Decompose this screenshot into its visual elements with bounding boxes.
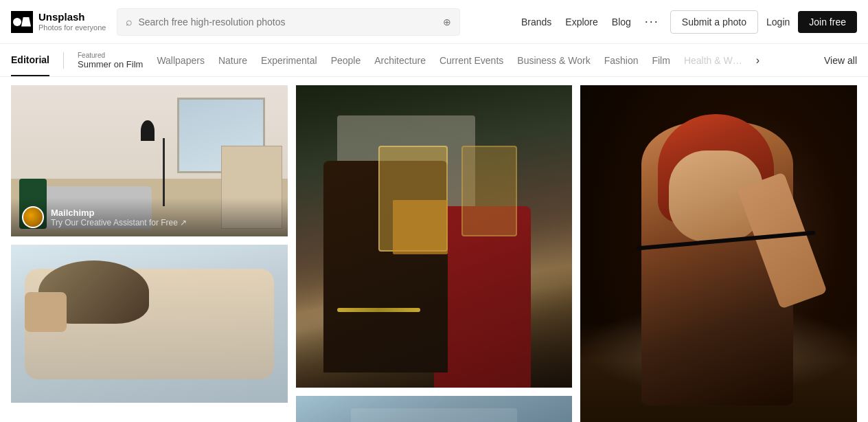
photo-col-1: Mailchimp Try Our Creative Assistant for… (11, 85, 288, 422)
nav-brands[interactable]: Brands (521, 16, 551, 27)
ad-overlay: Mailchimp Try Our Creative Assistant for… (11, 198, 288, 236)
photo-col-3 (580, 85, 857, 422)
ad-name: Mailchimp (51, 208, 187, 218)
featured-group[interactable]: Featured Summer on Film (78, 52, 143, 69)
nav-blog[interactable]: Blog (612, 16, 631, 27)
logo-icon (11, 11, 33, 33)
photo-bottom-teal[interactable] (296, 396, 573, 422)
cat-wallpapers[interactable]: Wallpapers (157, 45, 205, 76)
photo-woman-field[interactable] (580, 85, 857, 422)
cat-experimental[interactable]: Experimental (261, 45, 317, 76)
main-nav: Brands Explore Blog ··· (521, 14, 659, 29)
cat-people[interactable]: People (331, 45, 361, 76)
submit-photo-button[interactable]: Submit a photo (670, 10, 758, 34)
nav-explore[interactable]: Explore (565, 16, 597, 27)
ad-text: Mailchimp Try Our Creative Assistant for… (51, 208, 187, 227)
header: Unsplash Photos for everyone ⌕ ⊕ Brands … (0, 0, 868, 44)
photo-grid: Mailchimp Try Our Creative Assistant for… (0, 77, 868, 422)
cat-business-work[interactable]: Business & Work (517, 45, 590, 76)
search-icon: ⌕ (126, 16, 133, 28)
cat-architecture[interactable]: Architecture (374, 45, 426, 76)
ad-sub: Try Our Creative Assistant for Free ↗ (51, 218, 187, 227)
photo-interior[interactable]: Mailchimp Try Our Creative Assistant for… (11, 85, 288, 236)
lens-icon[interactable]: ⊕ (443, 16, 451, 27)
search-input[interactable] (138, 16, 437, 27)
nav-more[interactable]: ··· (645, 14, 659, 29)
cat-fashion[interactable]: Fashion (604, 45, 639, 76)
featured-label: Featured (78, 52, 143, 59)
photo-man-water[interactable] (11, 245, 288, 403)
nav-divider (63, 52, 64, 69)
header-actions: Submit a photo Login Join free (670, 10, 857, 34)
photo-toast[interactable] (296, 85, 573, 388)
featured-name: Summer on Film (78, 59, 143, 69)
category-more-icon[interactable]: › (756, 54, 760, 67)
cat-nature[interactable]: Nature (218, 45, 247, 76)
cat-current-events[interactable]: Current Events (439, 45, 503, 76)
join-free-button[interactable]: Join free (798, 11, 857, 33)
logo-name: Unsplash (38, 11, 106, 23)
logo-tagline: Photos for everyone (38, 23, 106, 32)
search-bar[interactable]: ⌕ ⊕ (117, 8, 460, 36)
category-nav: Editorial Featured Summer on Film Wallpa… (0, 44, 868, 77)
logo[interactable]: Unsplash Photos for everyone (11, 11, 106, 33)
cat-film[interactable]: Film (652, 45, 670, 76)
login-button[interactable]: Login (766, 16, 790, 27)
photo-col-2 (296, 85, 573, 422)
cat-health[interactable]: Health & W… (684, 45, 742, 76)
ad-avatar (22, 206, 44, 228)
tab-editorial[interactable]: Editorial (11, 45, 49, 76)
view-all-button[interactable]: View all (824, 55, 857, 66)
